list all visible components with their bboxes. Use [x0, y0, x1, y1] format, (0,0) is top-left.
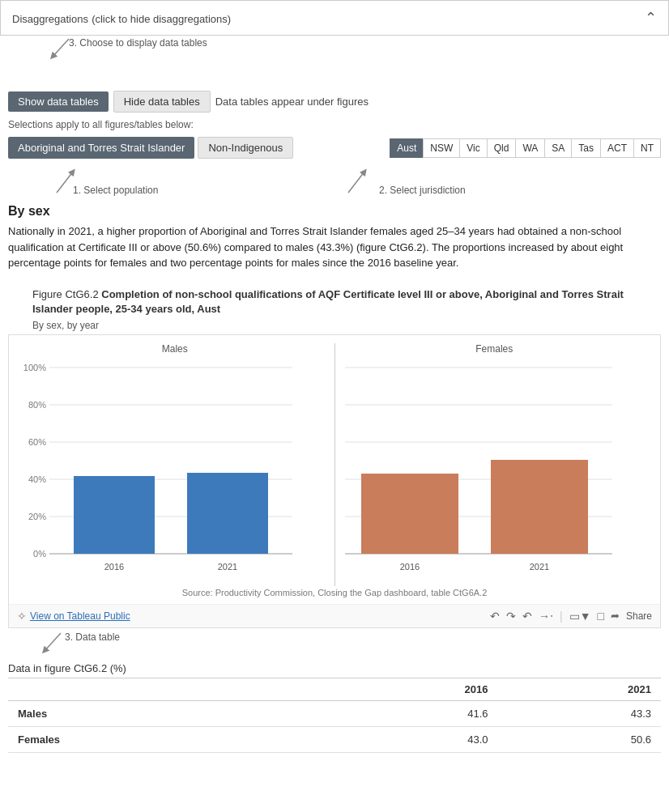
btn-pop-non-indigenous[interactable]: Non-Indigenous [198, 137, 293, 159]
tableau-toolbar: ✧ View on Tableau Public ↶ ↷ ↶ →‧ | ▭▼ □… [9, 604, 660, 627]
ann-juris-label: 2. Select jurisdiction [379, 185, 466, 196]
chart-columns: Males 100% 80% 60% 40% 20% 0% [17, 343, 652, 586]
tableau-toolbar-icons: ↶ ↷ ↶ →‧ | ▭▼ □ ➦ Share [490, 610, 652, 623]
forward-icon[interactable]: →‧ [539, 610, 553, 623]
col-header-label [8, 678, 334, 700]
col-header-2021: 2021 [498, 678, 662, 700]
svg-text:80%: 80% [28, 400, 46, 410]
ann-data-table-label: 3. Data table [65, 631, 120, 643]
chart-col-females: Females 2016 2021 [337, 343, 653, 586]
svg-rect-29 [491, 460, 588, 554]
svg-text:20%: 20% [28, 512, 46, 521]
btn-juris-nsw[interactable]: NSW [423, 138, 460, 158]
pop-juris-row: Aboriginal and Torres Strait Islander No… [0, 134, 669, 164]
tableau-logo[interactable]: ✧ View on Tableau Public [17, 610, 130, 623]
svg-line-5 [348, 172, 364, 193]
figure-title: Completion of non-school qualifications … [32, 288, 624, 315]
figure-caption: Figure CtG6.2 Completion of non-school q… [0, 279, 669, 320]
show-data-tables-button[interactable]: Show data tables [8, 91, 109, 112]
table-row-males: Males 41.6 43.3 [8, 700, 661, 726]
row-label-females: Females [8, 726, 334, 752]
svg-rect-19 [187, 473, 268, 554]
btn-juris-aust[interactable]: Aust [390, 138, 424, 158]
males-label: Males [17, 343, 333, 359]
disaggregations-header[interactable]: Disaggregations (click to hide disaggreg… [0, 0, 669, 36]
share-label[interactable]: Share [626, 610, 652, 622]
svg-line-1 [53, 39, 69, 57]
data-table-header-row: 2016 2021 [8, 678, 661, 700]
svg-text:40%: 40% [28, 474, 46, 484]
btn-juris-vic[interactable]: Vic [459, 138, 487, 158]
divider-icon: | [560, 610, 563, 623]
btn-juris-sa[interactable]: SA [544, 138, 572, 158]
svg-rect-28 [361, 474, 458, 554]
download-icon[interactable]: □ [598, 610, 604, 623]
btn-juris-nt[interactable]: NT [633, 138, 661, 158]
table-row-females: Females 43.0 50.6 [8, 726, 661, 752]
svg-text:2021: 2021 [529, 562, 548, 572]
btn-juris-act[interactable]: ACT [600, 138, 634, 158]
svg-text:2016: 2016 [399, 562, 419, 572]
disagg-title-text: Disaggregations [12, 13, 88, 25]
chart-col-males: Males 100% 80% 60% 40% 20% 0% [17, 343, 333, 586]
hide-data-tables-button[interactable]: Hide data tables [113, 91, 211, 113]
data-table-body: Males 41.6 43.3 Females 43.0 50.6 [8, 700, 661, 752]
chevron-up-icon[interactable]: ⌃ [645, 9, 657, 27]
by-sex-heading: By sex [0, 199, 669, 222]
annotation-3-area: 3. Choose to display data tables [0, 36, 669, 66]
data-tables-note: Data tables appear under figures [215, 96, 369, 108]
figure-sub: By sex, by year [0, 320, 669, 334]
selections-label: Selections apply to all figures/tables b… [0, 116, 669, 134]
svg-text:60%: 60% [28, 437, 46, 447]
source-line: Source: Productivity Commission, Closing… [17, 586, 652, 601]
undo-icon[interactable]: ↶ [490, 610, 500, 623]
row-label-males: Males [8, 700, 334, 726]
tableau-view-label[interactable]: View on Tableau Public [30, 610, 130, 622]
disagg-subtitle: (click to hide disaggregations) [92, 13, 231, 25]
females-chart-svg: 2016 2021 [337, 359, 620, 586]
row-males-2016: 41.6 [334, 700, 498, 726]
redo-icon[interactable]: ↷ [506, 610, 516, 623]
svg-text:2016: 2016 [104, 562, 124, 572]
btn-juris-tas[interactable]: Tas [571, 138, 601, 158]
chart-container: Males 100% 80% 60% 40% 20% 0% [8, 334, 661, 628]
chart-inner: Males 100% 80% 60% 40% 20% 0% [9, 335, 660, 604]
undo2-icon[interactable]: ↶ [522, 610, 532, 623]
device-icon[interactable]: ▭▼ [569, 610, 591, 623]
svg-line-33 [45, 633, 61, 651]
row-females-2016: 43.0 [334, 726, 498, 752]
data-table-header: 2016 2021 [8, 678, 661, 700]
data-table-buttons-row: Show data tables Hide data tables Data t… [0, 66, 669, 116]
disagg-title: Disaggregations (click to hide disaggreg… [12, 11, 231, 25]
jurisdiction-buttons: Aust NSW Vic Qld WA SA Tas ACT NT [390, 138, 661, 158]
tableau-grid-icon: ✧ [17, 610, 27, 623]
ann-pop-label: 1. Select population [73, 185, 158, 196]
col-header-2016: 2016 [334, 678, 498, 700]
data-table: 2016 2021 Males 41.6 43.3 Females 43.0 5… [8, 678, 661, 753]
population-buttons: Aboriginal and Torres Strait Islander No… [8, 137, 293, 159]
row-males-2021: 43.3 [498, 700, 662, 726]
figure-label: Figure CtG6.2 [32, 288, 99, 300]
svg-rect-18 [74, 476, 155, 554]
btn-juris-qld[interactable]: Qld [487, 138, 517, 158]
svg-text:100%: 100% [23, 363, 46, 372]
data-table-title: Data in figure CtG6.2 (%) [0, 661, 669, 678]
btn-pop-aboriginal[interactable]: Aboriginal and Torres Strait Islander [8, 137, 194, 159]
btn-juris-wa[interactable]: WA [515, 138, 545, 158]
data-table-annotation-area: 3. Data table [0, 628, 669, 661]
males-chart-svg: 100% 80% 60% 40% 20% 0% 2016 2021 [17, 359, 300, 586]
svg-line-3 [57, 172, 73, 193]
females-label: Females [337, 343, 653, 359]
svg-text:0%: 0% [33, 549, 46, 559]
share-icon[interactable]: ➦ [611, 610, 620, 622]
body-text: Nationally in 2021, a higher proportion … [0, 222, 669, 279]
pop-juris-annotation-area: 1. Select population 2. Select jurisdict… [0, 164, 669, 199]
svg-text:2021: 2021 [218, 562, 237, 572]
row-females-2021: 50.6 [498, 726, 662, 752]
chart-divider [334, 343, 335, 586]
annotation-3-label: 3. Choose to display data tables [69, 37, 207, 49]
